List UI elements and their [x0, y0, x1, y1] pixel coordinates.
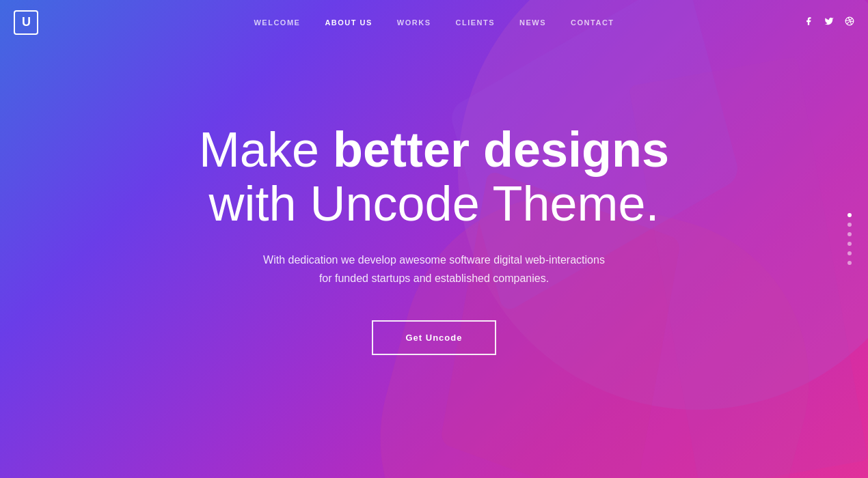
- cta-button[interactable]: Get Uncode: [372, 320, 497, 355]
- hero-title-bold: better designs: [333, 122, 669, 177]
- logo[interactable]: U: [14, 10, 38, 35]
- nav-contact[interactable]: CONTACT: [571, 18, 614, 27]
- twitter-icon[interactable]: [824, 16, 834, 28]
- nav-welcome[interactable]: WELCOME: [254, 18, 300, 27]
- scroll-dot-3[interactable]: [847, 232, 852, 236]
- hero-title: Make better designs with Uncode Theme.: [199, 123, 669, 231]
- nav-clients[interactable]: CLIENTS: [456, 18, 496, 27]
- nav-links: WELCOME ABOUT US WORKS CLIENTS NEWS CONT…: [254, 18, 614, 27]
- dribbble-icon[interactable]: [845, 16, 854, 28]
- nav-works[interactable]: WORKS: [397, 18, 431, 27]
- hero-subtitle: With dedication we develop awesome softw…: [199, 251, 669, 287]
- navbar: U WELCOME ABOUT US WORKS CLIENTS NEWS CO…: [0, 0, 868, 44]
- scroll-dots: [847, 213, 852, 265]
- hero-title-line2: with Uncode Theme.: [208, 176, 659, 231]
- hero-content: Make better designs with Uncode Theme. W…: [199, 123, 669, 355]
- scroll-dot-6[interactable]: [847, 261, 852, 265]
- scroll-dot-5[interactable]: [847, 251, 852, 255]
- facebook-icon[interactable]: [804, 16, 813, 28]
- social-icons: [804, 16, 854, 28]
- hero-subtitle-line2: for funded startups and established comp…: [319, 272, 549, 284]
- hero-subtitle-line1: With dedication we develop awesome softw…: [263, 254, 605, 266]
- scroll-dot-4[interactable]: [847, 242, 852, 246]
- scroll-dot-1[interactable]: [847, 213, 852, 217]
- scroll-dot-2[interactable]: [847, 223, 852, 227]
- nav-about-us[interactable]: ABOUT US: [325, 18, 372, 27]
- hero-title-start: Make: [199, 122, 333, 177]
- nav-news[interactable]: NEWS: [519, 18, 546, 27]
- hero-section: U WELCOME ABOUT US WORKS CLIENTS NEWS CO…: [0, 0, 868, 478]
